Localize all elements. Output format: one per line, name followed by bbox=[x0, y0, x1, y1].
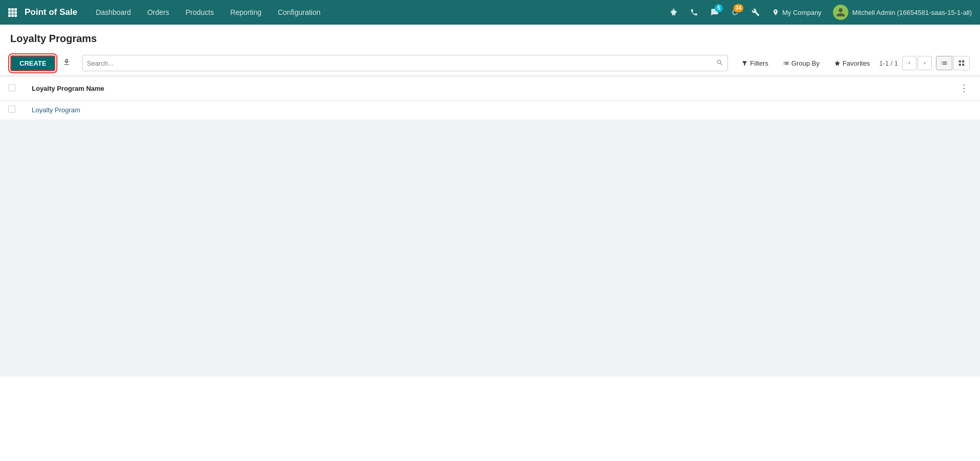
favorites-label: Favorites bbox=[843, 59, 870, 67]
svg-rect-7 bbox=[11, 14, 14, 17]
nav-orders[interactable]: Orders bbox=[139, 0, 177, 25]
header-loyalty-program-name[interactable]: Loyalty Program Name bbox=[24, 76, 948, 101]
download-button[interactable] bbox=[59, 56, 74, 70]
header-select-all[interactable] bbox=[0, 76, 24, 101]
nav-products[interactable]: Products bbox=[177, 0, 222, 25]
groupby-label: Group By bbox=[791, 59, 820, 67]
chat-badge: 5 bbox=[715, 4, 723, 12]
filters-button[interactable]: Filters bbox=[736, 57, 773, 69]
refresh-icon-btn[interactable]: 34 bbox=[726, 3, 744, 22]
groupby-button[interactable]: Group By bbox=[778, 57, 825, 69]
user-name: Mitchell Admin (16654581-saas-15-1-all) bbox=[852, 9, 972, 16]
user-menu[interactable]: Mitchell Admin (16654581-saas-15-1-all) bbox=[829, 0, 976, 25]
nav-reporting[interactable]: Reporting bbox=[222, 0, 270, 25]
company-selector[interactable]: My Company bbox=[767, 0, 827, 25]
search-icon[interactable] bbox=[716, 59, 723, 68]
bug-icon-btn[interactable] bbox=[664, 3, 683, 22]
table-header-row: Loyalty Program Name ⋮ bbox=[0, 76, 980, 101]
header-actions: ⋮ bbox=[948, 76, 980, 101]
svg-rect-2 bbox=[14, 8, 17, 11]
nav-dashboard[interactable]: Dashboard bbox=[88, 0, 139, 25]
svg-rect-3 bbox=[8, 11, 11, 14]
lower-background bbox=[0, 120, 980, 376]
grid-menu-icon[interactable] bbox=[4, 4, 20, 21]
user-avatar bbox=[833, 5, 848, 20]
pagination-info: 1-1 / 1 bbox=[879, 59, 898, 67]
view-toggle bbox=[936, 56, 970, 70]
topbar-right: 5 34 My Company Mitchell Admin (16654581… bbox=[664, 0, 976, 25]
page-container: Loyalty Programs CREATE Filters Group By… bbox=[0, 25, 980, 461]
wrench-icon-btn[interactable] bbox=[746, 3, 765, 22]
main-nav: Dashboard Orders Products Reporting Conf… bbox=[88, 0, 664, 25]
row-checkbox-cell[interactable] bbox=[0, 101, 24, 120]
app-name: Point of Sale bbox=[25, 7, 77, 17]
search-box bbox=[82, 55, 728, 71]
topbar: Point of Sale Dashboard Orders Products … bbox=[0, 0, 980, 25]
svg-rect-0 bbox=[8, 8, 11, 11]
toolbar-row: CREATE Filters Group By Favorites 1-1 / … bbox=[0, 51, 980, 76]
company-name: My Company bbox=[782, 9, 822, 16]
next-page-button[interactable] bbox=[918, 56, 932, 70]
refresh-badge: 34 bbox=[734, 4, 743, 12]
select-all-checkbox[interactable] bbox=[8, 84, 15, 91]
kanban-view-button[interactable] bbox=[953, 56, 970, 70]
row-checkbox[interactable] bbox=[8, 106, 15, 113]
pagination-controls bbox=[902, 56, 932, 70]
svg-rect-4 bbox=[11, 11, 14, 14]
loyalty-programs-table: Loyalty Program Name ⋮ Loyalty Program bbox=[0, 76, 980, 120]
svg-rect-6 bbox=[8, 14, 11, 17]
svg-rect-1 bbox=[11, 8, 14, 11]
prev-page-button[interactable] bbox=[902, 56, 916, 70]
favorites-button[interactable]: Favorites bbox=[829, 57, 875, 69]
filters-label: Filters bbox=[750, 59, 768, 67]
create-button[interactable]: CREATE bbox=[10, 55, 55, 71]
table-row[interactable]: Loyalty Program bbox=[0, 101, 980, 120]
svg-rect-5 bbox=[14, 11, 17, 14]
column-options-button[interactable]: ⋮ bbox=[956, 82, 972, 95]
page-header: Loyalty Programs bbox=[0, 25, 980, 45]
table-container: Loyalty Program Name ⋮ Loyalty Program bbox=[0, 76, 980, 120]
chat-icon-btn[interactable]: 5 bbox=[705, 3, 724, 22]
phone-icon-btn[interactable] bbox=[685, 3, 703, 22]
row-actions-cell bbox=[948, 101, 980, 120]
row-name-cell[interactable]: Loyalty Program bbox=[24, 101, 948, 120]
svg-rect-8 bbox=[14, 14, 17, 17]
nav-configuration[interactable]: Configuration bbox=[269, 0, 328, 25]
page-title: Loyalty Programs bbox=[10, 33, 970, 45]
search-input[interactable] bbox=[87, 59, 716, 67]
list-view-button[interactable] bbox=[936, 56, 952, 70]
